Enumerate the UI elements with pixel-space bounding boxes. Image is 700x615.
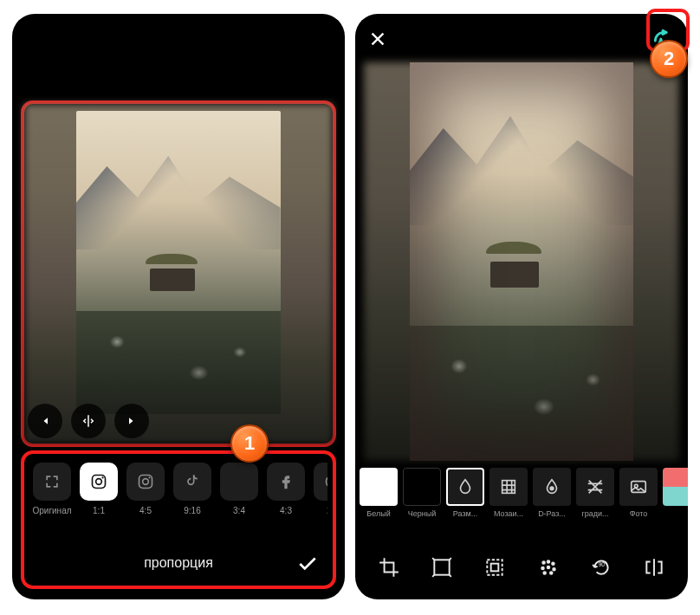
- ratio-title: пропорция: [144, 555, 213, 571]
- bg-option-label: гради...: [581, 509, 608, 518]
- ratio-option-4-5[interactable]: 4:5: [125, 463, 166, 515]
- ratio-options-row[interactable]: Оригинал1:14:59:163:44:32:3: [29, 463, 327, 515]
- bg-option-label: Разм...: [453, 509, 477, 518]
- svg-point-6: [327, 476, 328, 489]
- svg-point-17: [541, 567, 544, 570]
- photo-preview[interactable]: [410, 62, 633, 461]
- svg-point-20: [543, 572, 546, 574]
- bottom-tabs: 90°: [355, 544, 688, 591]
- ratio-label: 1:1: [93, 506, 105, 515]
- svg-point-8: [550, 487, 554, 490]
- tab-canvas[interactable]: [425, 550, 459, 585]
- ratio-label: 2:3: [327, 506, 327, 515]
- svg-rect-13: [491, 564, 499, 572]
- tutorial-stage: Оригинал1:14:59:163:44:32:3 пропорция: [0, 0, 700, 615]
- svg-rect-12: [488, 560, 502, 574]
- step-marker-2: 2: [650, 40, 688, 78]
- tab-crop[interactable]: [372, 550, 406, 585]
- svg-point-15: [547, 560, 549, 563]
- bg-option-label: Мозаи...: [494, 509, 523, 518]
- tab-texture[interactable]: [531, 550, 566, 585]
- photo-preview[interactable]: [76, 111, 281, 414]
- svg-point-18: [547, 566, 549, 569]
- ratio-option-4-3[interactable]: 4:3: [265, 463, 307, 515]
- ratio-option-1-1[interactable]: 1:1: [78, 463, 120, 515]
- bg-option-blur[interactable]: Разм...: [445, 468, 485, 518]
- bg-option-label: D-Раз...: [538, 509, 566, 518]
- ratio-option-3-4[interactable]: 3:4: [218, 463, 260, 515]
- svg-point-2: [102, 476, 104, 478]
- svg-point-14: [542, 561, 545, 564]
- bg-options-row[interactable]: БелыйЧерныйРазм...Мозаи...D-Раз...гради.…: [355, 468, 688, 528]
- svg-rect-7: [502, 481, 515, 494]
- svg-text:90°: 90°: [599, 561, 607, 567]
- ratio-label: 4:5: [139, 506, 152, 515]
- tab-rotate[interactable]: 90°: [584, 550, 619, 585]
- bg-option-dblur[interactable]: D-Раз...: [532, 468, 572, 518]
- top-bar: [355, 21, 688, 57]
- close-button[interactable]: [366, 27, 390, 51]
- bg-option-accent[interactable]: [662, 468, 688, 509]
- screen-ratio: Оригинал1:14:59:163:44:32:3 пропорция: [12, 14, 345, 599]
- ratio-label: 3:4: [233, 506, 245, 515]
- ratio-option-оригинал[interactable]: Оригинал: [31, 463, 73, 515]
- align-controls: [28, 404, 149, 438]
- ratio-label: Оригинал: [32, 506, 71, 515]
- bg-option-swatch-white[interactable]: Белый: [359, 468, 399, 518]
- svg-point-1: [96, 479, 102, 485]
- tab-pattern[interactable]: [477, 550, 512, 585]
- svg-point-4: [143, 479, 149, 485]
- ratio-label: 4:3: [280, 506, 292, 515]
- bg-option-photo[interactable]: Фото: [619, 468, 658, 518]
- align-center-button[interactable]: [71, 404, 106, 438]
- bg-canvas-area[interactable]: [364, 62, 679, 461]
- bg-option-label: Черный: [408, 509, 436, 518]
- svg-point-21: [550, 572, 553, 574]
- ratio-option-2-3[interactable]: 2:3: [312, 463, 327, 515]
- align-right-button[interactable]: [114, 404, 149, 438]
- ratio-toolbar: пропорция: [29, 546, 327, 580]
- bg-option-swatch-black[interactable]: Черный: [402, 468, 442, 518]
- screen-background: БелыйЧерныйРазм...Мозаи...D-Раз...гради.…: [355, 14, 688, 599]
- svg-point-5: [149, 476, 151, 478]
- bg-option-label: Белый: [366, 509, 390, 518]
- apply-ratio-button[interactable]: [296, 553, 319, 579]
- bg-option-label: Фото: [630, 509, 648, 518]
- align-left-button[interactable]: [28, 404, 62, 438]
- bg-option-gradient[interactable]: гради...: [575, 468, 615, 518]
- step-marker-1: 1: [230, 424, 269, 463]
- ratio-option-9-16[interactable]: 9:16: [172, 463, 213, 515]
- ratio-label: 9:16: [184, 506, 200, 515]
- svg-point-16: [552, 562, 554, 565]
- bg-option-mosaic[interactable]: Мозаи...: [489, 468, 528, 518]
- ratio-panel: Оригинал1:14:59:163:44:32:3 пропорция: [21, 450, 336, 589]
- tab-mirror[interactable]: [637, 550, 671, 585]
- svg-rect-11: [434, 560, 449, 574]
- svg-point-19: [553, 568, 555, 571]
- ratio-canvas-area[interactable]: [21, 100, 336, 447]
